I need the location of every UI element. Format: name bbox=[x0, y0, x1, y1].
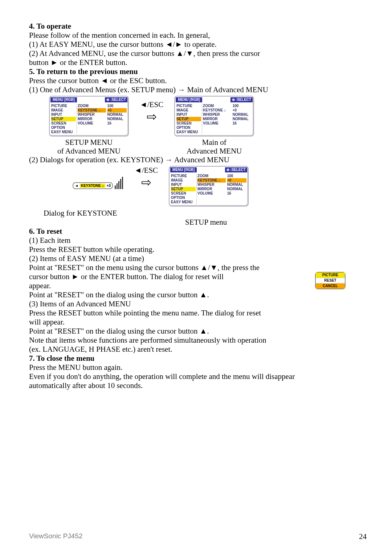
menu-item: SCREEN bbox=[176, 121, 201, 126]
menu-item: SCREEN bbox=[51, 121, 76, 126]
section6-note1: Note that items whose functions are perf… bbox=[29, 336, 367, 345]
menu-item: INPUT bbox=[176, 113, 201, 117]
section4-line2: (1) At EASY MENU, use the cursor buttons… bbox=[29, 40, 367, 49]
menu-select-hint: ⊕ :SELECT bbox=[105, 97, 127, 102]
section5-heading: 5. To return to the previous menu bbox=[29, 67, 367, 76]
footer-page-number: 24 bbox=[359, 532, 367, 541]
section7-line1: Press the MENU button again. bbox=[29, 363, 367, 372]
menu-value-highlighted: +0 bbox=[227, 178, 246, 183]
menu-title: MENU [RGB] bbox=[50, 97, 77, 102]
section6-sub3-line2: will appear. bbox=[29, 318, 367, 327]
page-footer: ViewSonic PJ452 24 bbox=[29, 532, 367, 541]
menu-item: ZOOM bbox=[197, 174, 226, 178]
reset-dialog-screenshot: PICTURE RESET CANCEL bbox=[315, 272, 346, 289]
menu-value: 100 bbox=[227, 174, 246, 178]
menu-item: INPUT bbox=[171, 183, 196, 187]
menu-item: MIRROR bbox=[78, 117, 106, 121]
section4-line3: (2) At Advanced MENU, use the cursor but… bbox=[29, 49, 367, 58]
joystick-icon: ⊕ bbox=[232, 98, 235, 102]
menu-item: MIRROR bbox=[203, 117, 231, 121]
menu-item-highlighted: SETUP bbox=[176, 117, 201, 121]
menu-item: MIRROR bbox=[197, 187, 226, 191]
joystick-icon: ⊕ bbox=[106, 98, 109, 102]
menu-item: EASY MENU bbox=[51, 130, 76, 134]
section6-sub3-line1: Press the RESET button while pointing th… bbox=[29, 309, 367, 318]
section7-line2: Even if you don't do anything, the opera… bbox=[29, 372, 367, 381]
keystone-value: +0 bbox=[107, 184, 111, 188]
menu-item: EASY MENU bbox=[176, 130, 201, 134]
menu-value: NORMAL bbox=[233, 117, 252, 121]
menu-value: 16 bbox=[107, 121, 127, 126]
menu-value: +0 bbox=[233, 108, 252, 113]
esc-label: ◄/ESC bbox=[134, 166, 158, 175]
menu-item: WHISPER bbox=[78, 113, 106, 117]
menu-transition-row-2: ◄ KEYSTONE ⌂ +0 ◄/ESC ⇨ MENU [RGB] ⊕ :SE… bbox=[73, 166, 367, 207]
menu-item: VOLUME bbox=[78, 121, 106, 126]
section6-sub1-line: Press the RESET button while operating. bbox=[29, 245, 367, 254]
menu-item: PICTURE bbox=[171, 174, 196, 178]
menu-value: NORMAL bbox=[107, 117, 127, 121]
menu-item: PICTURE bbox=[176, 104, 201, 108]
menu-transition-row-1: MENU [RGB] ⊕ :SELECT PICTURE IMAGE INPUT… bbox=[49, 96, 367, 155]
reset-dialog-row: PICTURE bbox=[316, 273, 345, 278]
menu-value: 100 bbox=[233, 104, 252, 108]
section6-sub1: (1) Each item bbox=[29, 236, 367, 245]
caption-dialog-keystone: Dialog for KEYSTONE bbox=[44, 209, 367, 218]
section7-heading: 7. To close the menu bbox=[29, 354, 367, 363]
section6-sub3-line3: Point at "RESET" on the dialog using the… bbox=[29, 327, 367, 336]
menu-title: MENU [RGB] bbox=[176, 97, 202, 102]
menu-item: VOLUME bbox=[197, 191, 226, 196]
joystick-icon: ⊕ bbox=[226, 168, 229, 172]
keystone-scale-icon bbox=[114, 172, 123, 189]
section5-line2: (1) One of Advanced Menus (ex. SETUP men… bbox=[29, 85, 367, 94]
menu-value: NORMAL bbox=[107, 113, 127, 117]
setup-menu-screenshot: MENU [RGB] ⊕ :SELECT PICTURE IMAGE INPUT… bbox=[49, 96, 129, 136]
menu-title: MENU [RGB] bbox=[170, 167, 197, 172]
menu-item-highlighted: KEYSTONE ⌂ bbox=[197, 178, 226, 183]
menu-item: ZOOM bbox=[78, 104, 106, 108]
section6-note2: (ex. LANGUAGE, H PHASE etc.) aren't rese… bbox=[29, 345, 367, 354]
menu-item: IMAGE bbox=[171, 178, 196, 183]
menu-item: SCREEN bbox=[171, 191, 196, 196]
menu-item: IMAGE bbox=[176, 108, 201, 113]
section6-sub2-line1: Point at "RESET" on the menu using the c… bbox=[29, 263, 367, 272]
menu-item: OPTION bbox=[51, 126, 76, 130]
section5-line3: (2) Dialogs for operation (ex. KEYSTONE)… bbox=[29, 155, 367, 164]
caption-setup-menu: SETUP MENU of Advanced MENU bbox=[57, 138, 121, 155]
menu-item: OPTION bbox=[171, 196, 196, 200]
section4-line1: Please follow of the mention concerned i… bbox=[29, 31, 367, 40]
caption-setup-menu-2: SETUP menu bbox=[185, 218, 367, 227]
menu-value: NORMAL bbox=[227, 187, 246, 191]
section7-line3: automatically after about 10 seconds. bbox=[29, 381, 367, 390]
menu-value: 16 bbox=[233, 121, 252, 126]
menu-item: IMAGE bbox=[51, 108, 76, 113]
menu-item: ZOOM bbox=[203, 104, 231, 108]
section6-heading: 6. To reset bbox=[29, 227, 367, 236]
section6-sub3: (3) Items of an Advanced MENU bbox=[29, 299, 367, 309]
section4-line3b: button ► or the ENTER button. bbox=[29, 58, 367, 67]
menu-item: KEYSTONE ⌂ bbox=[203, 108, 231, 113]
reset-dialog-row: RESET bbox=[316, 278, 345, 283]
menu-item: INPUT bbox=[51, 113, 76, 117]
section6-sub2: (2) Items of EASY MENU (at a time) bbox=[29, 254, 367, 263]
section4-heading: 4. To operate bbox=[29, 22, 367, 31]
menu-item-highlighted: SETUP bbox=[51, 117, 76, 121]
menu-value: 100 bbox=[107, 104, 127, 108]
menu-item: OPTION bbox=[176, 126, 201, 130]
menu-select-hint: ⊕ :SELECT bbox=[225, 167, 248, 172]
menu-item: WHISPER bbox=[197, 183, 226, 187]
menu-value-highlighted: +0 bbox=[107, 108, 127, 113]
menu-item: WHISPER bbox=[203, 113, 231, 117]
keystone-label: KEYSTONE ⌂ bbox=[80, 184, 105, 188]
footer-model: ViewSonic PJ452 bbox=[29, 532, 83, 541]
section5-line1: Press the cursor button ◄ or the ESC but… bbox=[29, 76, 367, 85]
menu-item: VOLUME bbox=[203, 121, 231, 126]
main-advanced-menu-screenshot: MENU [RGB] ⊕ :SELECT PICTURE IMAGE INPUT… bbox=[174, 96, 254, 136]
section6-sub2-line4: Point at "RESET" on the dialog using the… bbox=[29, 290, 367, 299]
caption-main-advanced: Main of Advanced MENU bbox=[187, 138, 242, 155]
menu-item-highlighted: SETUP bbox=[171, 187, 196, 191]
esc-label: ◄/ESC bbox=[140, 100, 163, 109]
menu-item-highlighted: KEYSTONE ⌂ bbox=[78, 108, 106, 113]
keystone-dialog-screenshot: ◄ KEYSTONE ⌂ +0 bbox=[73, 182, 113, 189]
menu-item: EASY MENU bbox=[171, 200, 196, 204]
